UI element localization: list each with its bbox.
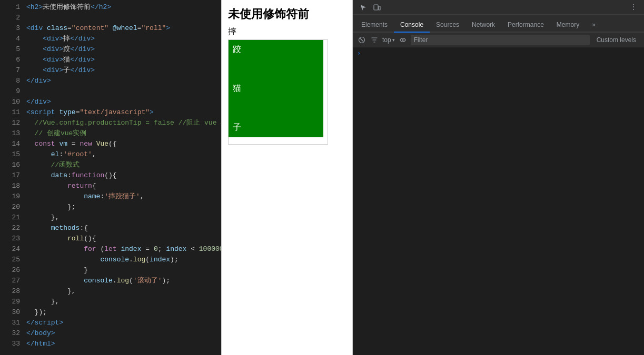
code-line: 24 for (let index = 0; index < 100000; xyxy=(0,244,221,255)
preview-scrollable-area[interactable]: 跤 猫 子 xyxy=(228,39,328,145)
code-line: 1<h2>未使用修饰符前</h2> xyxy=(0,2,221,13)
context-selector[interactable]: top ▾ xyxy=(382,36,395,44)
preview-title: 未使用修饰符前 xyxy=(228,6,346,22)
console-prompt: › xyxy=(357,49,361,57)
code-line: 9 xyxy=(0,86,221,97)
device-icon[interactable] xyxy=(371,1,383,14)
code-line: 20 }; xyxy=(0,202,221,212)
clear-console-icon[interactable] xyxy=(357,35,366,45)
chevron-down-icon: ▾ xyxy=(392,37,395,43)
code-line: 32</body> xyxy=(0,328,221,339)
code-line: 10</div> xyxy=(0,97,221,107)
code-line: 8</div> xyxy=(0,76,221,86)
code-line: 17 data:function(){ xyxy=(0,170,221,181)
preview-item-jiao: 跤 xyxy=(233,44,319,55)
code-line: 16 //函数式 xyxy=(0,160,221,170)
code-line: 12 //Vue.config.productionTip = false //… xyxy=(0,118,221,128)
code-line: 31</script> xyxy=(0,318,221,328)
preview-item-zi: 子 xyxy=(233,122,319,133)
code-line: 6 <div>猫</div> xyxy=(0,55,221,65)
code-line: 14 const vm = new Vue({ xyxy=(0,139,221,149)
code-editor-panel: 1<h2>未使用修饰符前</h2>23<div class="content" … xyxy=(0,0,221,355)
code-line: 30 }); xyxy=(0,307,221,318)
devtools-panel: ⋮ Elements Console Sources Network Perfo… xyxy=(353,0,644,355)
code-line: 18 return{ xyxy=(0,181,221,191)
code-line: 15 el:'#root', xyxy=(0,149,221,160)
tab-more[interactable]: » xyxy=(586,18,602,33)
console-filter-input[interactable] xyxy=(411,35,590,45)
tab-memory[interactable]: Memory xyxy=(550,18,586,33)
devtools-tabs: Elements Console Sources Network Perform… xyxy=(353,15,644,33)
svg-rect-1 xyxy=(379,6,380,10)
context-label: top xyxy=(382,36,391,44)
code-line: 28 }, xyxy=(0,286,221,297)
code-line: 4 <div>摔</div> xyxy=(0,34,221,44)
code-line: 3<div class="content" @wheel="roll"> xyxy=(0,23,221,34)
code-line: 29 }, xyxy=(0,297,221,307)
devtools-console-output: › xyxy=(353,47,644,355)
code-line: 5 <div>跤</div> xyxy=(0,44,221,55)
code-line: 27 console.log('滚动了'); xyxy=(0,276,221,286)
devtools-topbar: ⋮ xyxy=(353,0,644,15)
svg-rect-0 xyxy=(374,5,378,10)
code-line: 23 roll(){ xyxy=(0,234,221,244)
devtools-console-toolbar: top ▾ Custom levels xyxy=(353,33,644,47)
svg-point-5 xyxy=(402,39,403,40)
code-line: 11<script type="text/javascript"> xyxy=(0,107,221,118)
code-line: 19 name:'摔跤猫子', xyxy=(0,191,221,202)
cursor-icon[interactable] xyxy=(357,1,370,14)
more-icon[interactable]: ⋮ xyxy=(627,1,640,14)
code-line: 2 xyxy=(0,13,221,23)
code-line: 21 }, xyxy=(0,212,221,223)
code-line: 7 <div>子</div> xyxy=(0,65,221,76)
eye-icon[interactable] xyxy=(398,35,408,45)
code-line: 26 } xyxy=(0,265,221,276)
code-line: 25 console.log(index); xyxy=(0,255,221,265)
browser-preview-panel: 未使用修饰符前 摔 跤 猫 子 xyxy=(221,0,353,355)
code-line: 13 // 创建vue实例 xyxy=(0,128,221,139)
tab-network[interactable]: Network xyxy=(465,18,501,33)
tab-console[interactable]: Console xyxy=(394,18,430,33)
tab-performance[interactable]: Performance xyxy=(501,18,550,33)
svg-line-3 xyxy=(360,38,363,42)
preview-green-box: 跤 猫 子 xyxy=(229,40,323,137)
preview-item-above: 摔 xyxy=(228,26,346,37)
tab-sources[interactable]: Sources xyxy=(430,18,465,33)
filter-icon[interactable] xyxy=(370,35,379,45)
custom-levels-button[interactable]: Custom levels xyxy=(593,35,640,45)
code-line: 22 methods:{ xyxy=(0,223,221,234)
code-line: 33</html> xyxy=(0,339,221,349)
tab-elements[interactable]: Elements xyxy=(355,18,394,33)
preview-item-mao: 猫 xyxy=(233,83,319,94)
